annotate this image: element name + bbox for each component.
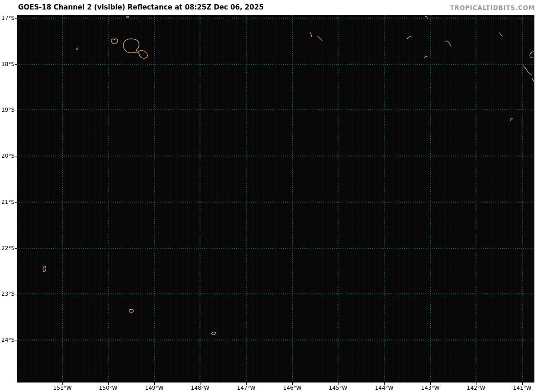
- longitude-tick-mark: [384, 383, 385, 385]
- island-ring-south-2-coastline: [129, 309, 133, 312]
- latitude-tick-label: 17°S: [0, 14, 14, 22]
- satellite-map-plot: [17, 15, 534, 383]
- watermark: TROPICALTIDBITS.COM: [450, 4, 535, 11]
- satellite-image-page: GOES-18 Channel 2 (visible) Reflectance …: [0, 0, 543, 392]
- latitude-tick-mark: [15, 110, 17, 110]
- latitude-tick-mark: [15, 156, 17, 156]
- longitude-tick-mark: [476, 383, 476, 385]
- islet-top-1-coastline: [126, 16, 129, 18]
- page-title: GOES-18 Channel 2 (visible) Reflectance …: [18, 3, 264, 11]
- latitude-tick-mark: [15, 248, 17, 249]
- longitude-tick-label: 146°W: [280, 384, 305, 392]
- longitude-tick-mark: [62, 383, 63, 385]
- latitude-tick-label: 23°S: [0, 290, 14, 298]
- atoll-slash-1-coastline: [310, 32, 312, 37]
- atoll-c-shape-coastline: [530, 52, 533, 58]
- latitude-tick-mark: [15, 64, 17, 65]
- longitude-tick-label: 149°W: [142, 384, 167, 392]
- latitude-tick-label: 22°S: [0, 245, 14, 252]
- latitude-tick-label: 18°S: [0, 61, 14, 68]
- longitude-tick-label: 151°W: [50, 384, 75, 392]
- longitude-tick-label: 150°W: [96, 384, 120, 392]
- atoll-top-curve-coastline: [425, 16, 427, 19]
- longitude-tick-mark: [338, 383, 338, 385]
- map-canvas: [17, 15, 534, 383]
- atoll-slash-2-coastline: [318, 36, 322, 41]
- longitude-tick-mark: [246, 383, 247, 385]
- longitude-tick-mark: [154, 383, 155, 385]
- longitude-tick-mark: [430, 383, 431, 385]
- longitude-tick-mark: [200, 383, 200, 385]
- latitude-tick-label: 20°S: [0, 152, 14, 160]
- island-heart-coastline: [111, 39, 118, 44]
- latitude-tick-label: 19°S: [0, 106, 14, 113]
- longitude-tick-mark: [522, 383, 523, 385]
- longitude-tick-mark: [108, 383, 109, 385]
- island-large-coastline: [124, 39, 148, 58]
- atoll-comma-coastline: [510, 119, 513, 121]
- island-oval-south-3-coastline: [212, 332, 216, 335]
- atoll-dash-1-coastline: [424, 57, 428, 58]
- latitude-tick-mark: [15, 202, 17, 203]
- latitude-tick-mark: [15, 18, 17, 19]
- longitude-tick-label: 141°W: [510, 384, 534, 392]
- longitude-tick-label: 147°W: [234, 384, 258, 392]
- latitude-tick-mark: [15, 294, 17, 294]
- latitude-tick-mark: [15, 340, 17, 340]
- longitude-tick-mark: [292, 383, 293, 385]
- island-ring-south-1-coastline: [43, 266, 46, 272]
- longitude-tick-label: 145°W: [326, 384, 350, 392]
- atoll-dash-2-coastline: [532, 79, 534, 81]
- latitude-tick-label: 24°S: [0, 336, 14, 344]
- atoll-s-arc-coastline: [445, 41, 451, 46]
- atoll-arc-1-coastline: [407, 37, 412, 39]
- longitude-tick-label: 144°W: [372, 384, 396, 392]
- longitude-tick-label: 148°W: [188, 384, 212, 392]
- latitude-tick-label: 21°S: [0, 198, 14, 206]
- atoll-hook-1-coastline: [500, 33, 503, 36]
- longitude-tick-label: 143°W: [418, 384, 443, 392]
- longitude-tick-label: 142°W: [464, 384, 488, 392]
- atoll-diagonal-coastline: [524, 66, 531, 75]
- islet-dot-1-coastline: [76, 48, 78, 50]
